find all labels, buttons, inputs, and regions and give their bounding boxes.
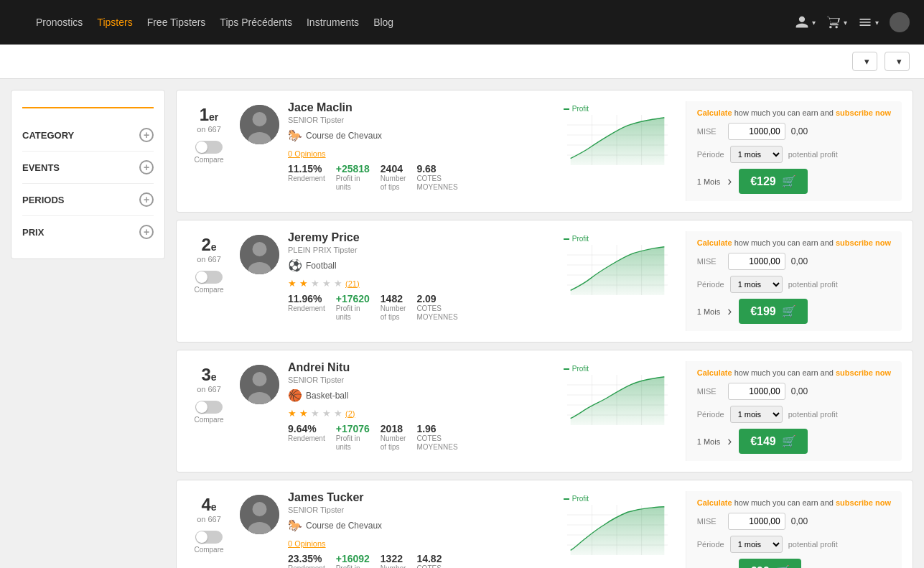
chart-label: Profit xyxy=(564,105,678,113)
filter-category[interactable]: CATEGORY + xyxy=(22,119,154,152)
mise-value: 0,00 xyxy=(791,386,813,396)
opinions-link[interactable]: (21) xyxy=(345,279,360,288)
compare-toggle-switch[interactable] xyxy=(195,531,223,544)
rendement-label: Rendement xyxy=(288,304,325,313)
sport-badge: 🐎 Course de Chevaux xyxy=(288,129,556,142)
filter-periods[interactable]: PERIODS + xyxy=(22,184,154,216)
periode-label: Période xyxy=(697,150,724,159)
stats-section: 11.96% Rendement +17620 Profit inunits 1… xyxy=(288,293,556,322)
profit-value: +25818 xyxy=(336,163,370,174)
user-icon-group[interactable]: ▾ xyxy=(795,15,816,29)
subscribe-title: Calculate how much you can earn and subs… xyxy=(697,498,891,507)
compare-toggle-switch[interactable] xyxy=(195,141,223,154)
subscribe-button[interactable]: €99 🛒 xyxy=(739,559,801,568)
stats-section: 9.64% Rendement +17076 Profit inunits 20… xyxy=(288,423,556,452)
period-row: Période 1 mois 3 mois 6 mois 12 mois pot… xyxy=(697,276,891,293)
chart-label-text: Profit xyxy=(572,495,589,503)
mise-input[interactable] xyxy=(728,253,785,270)
filter-category-label: CATEGORY xyxy=(22,130,74,141)
nav-tipsters[interactable]: Tipsters xyxy=(97,17,132,28)
header-icons: ▾ ▾ ▾ xyxy=(795,12,910,32)
mise-input[interactable] xyxy=(728,383,785,400)
compare-label: Compare xyxy=(194,286,223,294)
nav-tips-precedents[interactable]: Tips Précédents xyxy=(220,17,292,28)
rank: 2e xyxy=(201,235,216,255)
stat-rendement: 11.15% Rendement xyxy=(288,163,325,183)
compare-toggle: Compare xyxy=(194,531,223,554)
nav-pronostics[interactable]: Pronostics xyxy=(36,17,83,28)
direction-select[interactable]: ▾ xyxy=(885,52,910,71)
chart-line-indicator xyxy=(564,238,569,240)
mise-input[interactable] xyxy=(728,513,785,530)
settings-icon-group[interactable]: ▾ xyxy=(858,15,879,29)
period-row: Période 1 mois 3 mois 6 mois 12 mois pot… xyxy=(697,406,891,423)
period-select[interactable]: 1 mois 3 mois 6 mois 12 mois xyxy=(730,536,783,553)
avatar-section xyxy=(238,491,281,568)
rank: 3e xyxy=(201,365,216,385)
main-nav: Pronostics Tipsters Free Tipsters Tips P… xyxy=(36,17,795,28)
opinions-link[interactable]: (2) xyxy=(345,409,355,418)
cart-btn-icon: 🛒 xyxy=(775,564,790,568)
info-section: James Tucker SENIOR Tipster 🐎 Course de … xyxy=(288,491,556,568)
tipster-name: Jeremy Price xyxy=(288,231,556,244)
period-select[interactable]: 1 mois 3 mois 6 mois 12 mois xyxy=(730,406,783,423)
chart-section: Profit xyxy=(564,491,678,568)
subscribe-btn-row: 1 Mois › €99 🛒 xyxy=(697,559,891,568)
info-section: Jace Maclin SENIOR Tipster 🐎 Course de C… xyxy=(288,101,556,201)
period-row: Période 1 mois 3 mois 6 mois 12 mois pot… xyxy=(697,536,891,553)
cotes-label: COTESMOYENNES xyxy=(416,174,457,192)
subscribe-title: Calculate how much you can earn and subs… xyxy=(697,368,891,377)
mise-input[interactable] xyxy=(728,123,785,140)
rank-section: 4e on 667 Compare xyxy=(187,491,230,568)
opinions-link[interactable]: 0 Opinions xyxy=(288,149,326,158)
filter-prix-plus[interactable]: + xyxy=(139,225,154,239)
subscribe-button[interactable]: €149 🛒 xyxy=(739,429,808,454)
stat-cotes: 1.96 COTESMOYENNES xyxy=(416,423,457,452)
compare-toggle-switch[interactable] xyxy=(195,271,223,284)
settings-icon xyxy=(858,15,872,29)
subscribe-button[interactable]: €199 🛒 xyxy=(739,299,808,324)
stat-cotes: 2.09 COTESMOYENNES xyxy=(416,293,457,322)
order-by-select[interactable]: ▾ xyxy=(852,52,877,71)
filter-events-plus[interactable]: + xyxy=(139,160,154,174)
avatar[interactable] xyxy=(890,12,910,32)
stat-cotes: 9.68 COTESMOYENNES xyxy=(416,163,457,192)
header: Pronostics Tipsters Free Tipsters Tips P… xyxy=(0,0,924,45)
chart-label: Profit xyxy=(564,235,678,243)
sport-icon: 🏀 xyxy=(288,388,302,402)
compare-toggle-switch[interactable] xyxy=(195,401,223,414)
cotes-label: COTESMOYENNES xyxy=(416,304,457,322)
info-section: Andrei Nitu SENIOR Tipster 🏀 Basket-ball… xyxy=(288,361,556,461)
mise-row: MISE 0,00 xyxy=(697,383,891,400)
tipster-card: 2e on 667 Compare Jeremy Price PLE xyxy=(176,220,913,343)
profit-chart xyxy=(564,375,671,425)
period-select[interactable]: 1 mois 3 mois 6 mois 12 mois xyxy=(730,146,783,163)
rank: 4e xyxy=(201,495,216,515)
filter-events[interactable]: EVENTS + xyxy=(22,152,154,184)
subscribe-btn-row: 1 Mois › €149 🛒 xyxy=(697,429,891,454)
period-select[interactable]: 1 mois 3 mois 6 mois 12 mois xyxy=(730,276,783,293)
tipster-card: 3e on 667 Compare Andrei Nitu SENI xyxy=(176,350,913,472)
subscribe-section: Calculate how much you can earn and subs… xyxy=(686,361,902,461)
info-section: Jeremy Price PLEIN PRIX Tipster ⚽ Footba… xyxy=(288,231,556,331)
subscribe-button[interactable]: €129 🛒 xyxy=(739,169,808,194)
user-icon xyxy=(795,15,809,29)
mise-label: MISE xyxy=(697,257,722,266)
profit-label: Profit inunits xyxy=(336,174,360,192)
avatar-img xyxy=(240,365,279,404)
mise-row: MISE 0,00 xyxy=(697,253,891,270)
cart-icon-group[interactable]: ▾ xyxy=(826,15,847,29)
tips-value: 1482 xyxy=(381,293,403,304)
opinions-link[interactable]: 0 Opinions xyxy=(288,539,326,548)
nav-blog[interactable]: Blog xyxy=(373,17,393,28)
rank: 1er xyxy=(200,105,219,125)
nav-free-tipsters[interactable]: Free Tipsters xyxy=(147,17,206,28)
profit-chart xyxy=(564,245,671,295)
nav-instruments[interactable]: Instruments xyxy=(307,17,359,28)
filter-category-plus[interactable]: + xyxy=(139,128,154,142)
compare-label: Compare xyxy=(194,156,223,164)
arrow-right-icon: › xyxy=(727,434,732,449)
rank-section: 1er on 667 Compare xyxy=(187,101,230,201)
filter-periods-plus[interactable]: + xyxy=(139,192,154,207)
filter-prix[interactable]: PRIX + xyxy=(22,216,154,248)
